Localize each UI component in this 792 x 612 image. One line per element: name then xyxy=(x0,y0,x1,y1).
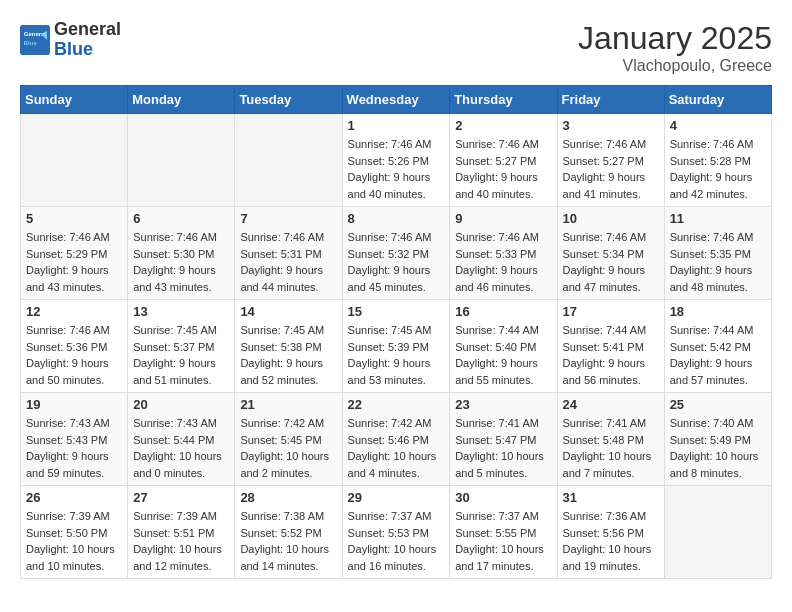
day-cell: 17Sunrise: 7:44 AMSunset: 5:41 PMDayligh… xyxy=(557,300,664,393)
day-cell xyxy=(235,114,342,207)
logo-general: General xyxy=(54,20,121,40)
day-info: Sunrise: 7:46 AMSunset: 5:31 PMDaylight:… xyxy=(240,229,336,295)
day-number: 29 xyxy=(348,490,445,505)
day-info: Sunrise: 7:40 AMSunset: 5:49 PMDaylight:… xyxy=(670,415,766,481)
day-cell: 14Sunrise: 7:45 AMSunset: 5:38 PMDayligh… xyxy=(235,300,342,393)
day-number: 23 xyxy=(455,397,551,412)
calendar-header: SundayMondayTuesdayWednesdayThursdayFrid… xyxy=(21,86,772,114)
day-cell: 24Sunrise: 7:41 AMSunset: 5:48 PMDayligh… xyxy=(557,393,664,486)
day-info: Sunrise: 7:46 AMSunset: 5:33 PMDaylight:… xyxy=(455,229,551,295)
day-info: Sunrise: 7:36 AMSunset: 5:56 PMDaylight:… xyxy=(563,508,659,574)
day-number: 20 xyxy=(133,397,229,412)
day-number: 3 xyxy=(563,118,659,133)
day-cell: 1Sunrise: 7:46 AMSunset: 5:26 PMDaylight… xyxy=(342,114,450,207)
day-cell: 7Sunrise: 7:46 AMSunset: 5:31 PMDaylight… xyxy=(235,207,342,300)
week-row: 1Sunrise: 7:46 AMSunset: 5:26 PMDaylight… xyxy=(21,114,772,207)
day-number: 4 xyxy=(670,118,766,133)
day-info: Sunrise: 7:43 AMSunset: 5:44 PMDaylight:… xyxy=(133,415,229,481)
day-cell: 26Sunrise: 7:39 AMSunset: 5:50 PMDayligh… xyxy=(21,486,128,579)
weekday-header: Saturday xyxy=(664,86,771,114)
day-number: 30 xyxy=(455,490,551,505)
day-info: Sunrise: 7:38 AMSunset: 5:52 PMDaylight:… xyxy=(240,508,336,574)
day-info: Sunrise: 7:45 AMSunset: 5:39 PMDaylight:… xyxy=(348,322,445,388)
day-number: 6 xyxy=(133,211,229,226)
day-info: Sunrise: 7:46 AMSunset: 5:30 PMDaylight:… xyxy=(133,229,229,295)
calendar: SundayMondayTuesdayWednesdayThursdayFrid… xyxy=(20,85,772,579)
day-info: Sunrise: 7:42 AMSunset: 5:45 PMDaylight:… xyxy=(240,415,336,481)
day-cell: 10Sunrise: 7:46 AMSunset: 5:34 PMDayligh… xyxy=(557,207,664,300)
day-cell xyxy=(21,114,128,207)
day-number: 17 xyxy=(563,304,659,319)
day-number: 28 xyxy=(240,490,336,505)
logo-text: General Blue xyxy=(54,20,121,60)
weekday-header: Sunday xyxy=(21,86,128,114)
week-row: 19Sunrise: 7:43 AMSunset: 5:43 PMDayligh… xyxy=(21,393,772,486)
day-info: Sunrise: 7:46 AMSunset: 5:32 PMDaylight:… xyxy=(348,229,445,295)
day-number: 25 xyxy=(670,397,766,412)
day-number: 10 xyxy=(563,211,659,226)
week-row: 26Sunrise: 7:39 AMSunset: 5:50 PMDayligh… xyxy=(21,486,772,579)
calendar-body: 1Sunrise: 7:46 AMSunset: 5:26 PMDaylight… xyxy=(21,114,772,579)
day-info: Sunrise: 7:46 AMSunset: 5:34 PMDaylight:… xyxy=(563,229,659,295)
day-number: 8 xyxy=(348,211,445,226)
weekday-header: Tuesday xyxy=(235,86,342,114)
month-title: January 2025 xyxy=(578,20,772,57)
day-info: Sunrise: 7:39 AMSunset: 5:50 PMDaylight:… xyxy=(26,508,122,574)
title-area: January 2025 Vlachopoulo, Greece xyxy=(578,20,772,75)
day-info: Sunrise: 7:43 AMSunset: 5:43 PMDaylight:… xyxy=(26,415,122,481)
day-cell: 31Sunrise: 7:36 AMSunset: 5:56 PMDayligh… xyxy=(557,486,664,579)
day-info: Sunrise: 7:41 AMSunset: 5:48 PMDaylight:… xyxy=(563,415,659,481)
day-info: Sunrise: 7:37 AMSunset: 5:53 PMDaylight:… xyxy=(348,508,445,574)
day-info: Sunrise: 7:44 AMSunset: 5:40 PMDaylight:… xyxy=(455,322,551,388)
weekday-row: SundayMondayTuesdayWednesdayThursdayFrid… xyxy=(21,86,772,114)
day-number: 27 xyxy=(133,490,229,505)
day-cell: 15Sunrise: 7:45 AMSunset: 5:39 PMDayligh… xyxy=(342,300,450,393)
day-number: 2 xyxy=(455,118,551,133)
day-info: Sunrise: 7:44 AMSunset: 5:41 PMDaylight:… xyxy=(563,322,659,388)
day-cell: 19Sunrise: 7:43 AMSunset: 5:43 PMDayligh… xyxy=(21,393,128,486)
day-cell: 20Sunrise: 7:43 AMSunset: 5:44 PMDayligh… xyxy=(128,393,235,486)
logo-blue: Blue xyxy=(54,40,121,60)
day-number: 5 xyxy=(26,211,122,226)
day-info: Sunrise: 7:46 AMSunset: 5:29 PMDaylight:… xyxy=(26,229,122,295)
day-number: 19 xyxy=(26,397,122,412)
day-cell: 3Sunrise: 7:46 AMSunset: 5:27 PMDaylight… xyxy=(557,114,664,207)
day-info: Sunrise: 7:45 AMSunset: 5:38 PMDaylight:… xyxy=(240,322,336,388)
day-cell xyxy=(128,114,235,207)
week-row: 5Sunrise: 7:46 AMSunset: 5:29 PMDaylight… xyxy=(21,207,772,300)
day-number: 18 xyxy=(670,304,766,319)
day-info: Sunrise: 7:39 AMSunset: 5:51 PMDaylight:… xyxy=(133,508,229,574)
day-number: 14 xyxy=(240,304,336,319)
day-number: 15 xyxy=(348,304,445,319)
day-cell: 18Sunrise: 7:44 AMSunset: 5:42 PMDayligh… xyxy=(664,300,771,393)
day-cell: 12Sunrise: 7:46 AMSunset: 5:36 PMDayligh… xyxy=(21,300,128,393)
day-info: Sunrise: 7:46 AMSunset: 5:27 PMDaylight:… xyxy=(455,136,551,202)
location-title: Vlachopoulo, Greece xyxy=(578,57,772,75)
day-number: 9 xyxy=(455,211,551,226)
day-cell xyxy=(664,486,771,579)
weekday-header: Friday xyxy=(557,86,664,114)
day-cell: 16Sunrise: 7:44 AMSunset: 5:40 PMDayligh… xyxy=(450,300,557,393)
day-info: Sunrise: 7:42 AMSunset: 5:46 PMDaylight:… xyxy=(348,415,445,481)
day-info: Sunrise: 7:46 AMSunset: 5:26 PMDaylight:… xyxy=(348,136,445,202)
weekday-header: Thursday xyxy=(450,86,557,114)
day-number: 22 xyxy=(348,397,445,412)
day-cell: 25Sunrise: 7:40 AMSunset: 5:49 PMDayligh… xyxy=(664,393,771,486)
header: General Blue General Blue January 2025 V… xyxy=(20,20,772,75)
logo-icon: General Blue xyxy=(20,25,50,55)
day-info: Sunrise: 7:46 AMSunset: 5:36 PMDaylight:… xyxy=(26,322,122,388)
day-info: Sunrise: 7:46 AMSunset: 5:35 PMDaylight:… xyxy=(670,229,766,295)
day-cell: 5Sunrise: 7:46 AMSunset: 5:29 PMDaylight… xyxy=(21,207,128,300)
day-cell: 4Sunrise: 7:46 AMSunset: 5:28 PMDaylight… xyxy=(664,114,771,207)
day-cell: 6Sunrise: 7:46 AMSunset: 5:30 PMDaylight… xyxy=(128,207,235,300)
day-number: 24 xyxy=(563,397,659,412)
week-row: 12Sunrise: 7:46 AMSunset: 5:36 PMDayligh… xyxy=(21,300,772,393)
day-number: 13 xyxy=(133,304,229,319)
day-cell: 27Sunrise: 7:39 AMSunset: 5:51 PMDayligh… xyxy=(128,486,235,579)
day-cell: 13Sunrise: 7:45 AMSunset: 5:37 PMDayligh… xyxy=(128,300,235,393)
logo: General Blue General Blue xyxy=(20,20,121,60)
day-cell: 21Sunrise: 7:42 AMSunset: 5:45 PMDayligh… xyxy=(235,393,342,486)
day-cell: 2Sunrise: 7:46 AMSunset: 5:27 PMDaylight… xyxy=(450,114,557,207)
day-info: Sunrise: 7:37 AMSunset: 5:55 PMDaylight:… xyxy=(455,508,551,574)
day-cell: 30Sunrise: 7:37 AMSunset: 5:55 PMDayligh… xyxy=(450,486,557,579)
